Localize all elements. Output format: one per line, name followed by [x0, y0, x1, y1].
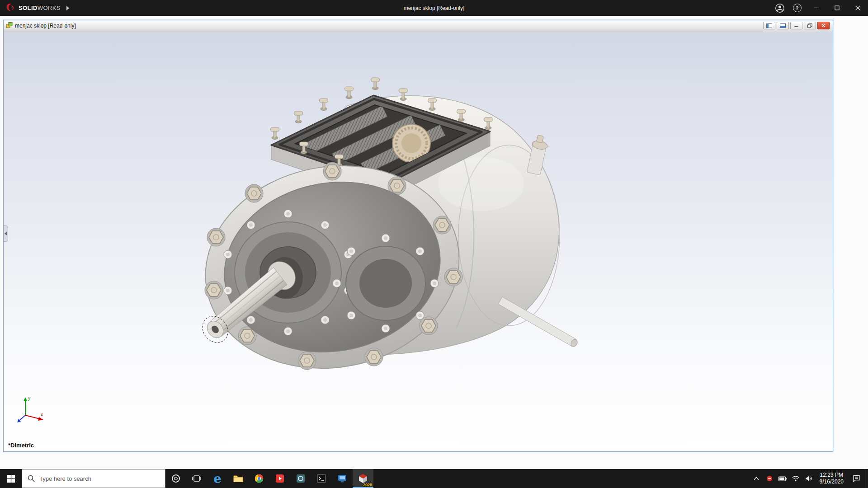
windows-logo-icon: [7, 475, 15, 483]
task-view-button[interactable]: [186, 469, 207, 488]
command-prompt-button[interactable]: [311, 469, 332, 488]
solidworks-taskbar-button[interactable]: 2020: [353, 469, 373, 488]
account-button[interactable]: [771, 0, 788, 16]
system-tray: 12:23 PM 9/16/2020: [750, 469, 868, 488]
doc-pane-bottom-button[interactable]: [777, 22, 789, 29]
triad-y-label: y: [28, 396, 30, 401]
doc-minimize-button[interactable]: [790, 22, 802, 29]
doc-restore-icon: [807, 23, 812, 28]
cortana-button[interactable]: [165, 469, 186, 488]
doc-pane-left-button[interactable]: [763, 22, 775, 29]
view-orientation-label: *Dimetric: [8, 442, 34, 449]
solidworks-version-badge: 2020: [363, 483, 372, 487]
chrome-icon: [254, 474, 264, 483]
wifi-icon: [792, 476, 799, 481]
document-titlebar[interactable]: menjac sklop [Read-only]: [4, 20, 833, 31]
window-bottom-pane-icon: [780, 23, 786, 28]
tray-status-icon: [766, 475, 773, 482]
user-icon: [775, 3, 785, 13]
chevron-up-icon: [754, 477, 759, 480]
help-icon: ?: [793, 4, 802, 12]
task-view-icon: [192, 474, 201, 483]
minimize-button[interactable]: [806, 0, 826, 16]
graphics-viewport[interactable]: y x *Dimetric: [4, 31, 833, 451]
solidworks-menu-button[interactable]: SOLIDWORKS: [0, 0, 75, 16]
close-icon: [855, 5, 860, 10]
action-center-icon: [853, 475, 860, 482]
file-explorer-icon: [233, 474, 243, 483]
triad-x-label: x: [41, 412, 43, 417]
teal-app-button[interactable]: [290, 469, 311, 488]
help-button[interactable]: ?: [788, 0, 806, 16]
app-titlebar: SOLIDWORKS menjac sklop [Read-only] ?: [0, 0, 868, 16]
command-prompt-icon: [317, 474, 326, 483]
search-input[interactable]: [39, 475, 160, 482]
teal-app-icon: [296, 474, 305, 483]
solidworks-logo-icon: [5, 2, 15, 14]
speaker-icon: [805, 475, 812, 482]
media-app-button[interactable]: [269, 469, 290, 488]
window-left-pane-icon: [766, 23, 772, 28]
brand-text: SOLIDWORKS: [19, 5, 61, 11]
taskbar-clock[interactable]: 12:23 PM 9/16/2020: [816, 472, 848, 485]
doc-close-button[interactable]: [817, 22, 830, 29]
network-button[interactable]: [789, 469, 802, 488]
maximize-button[interactable]: [826, 0, 847, 16]
tray-chevron-button[interactable]: [750, 469, 763, 488]
edge-icon: e: [213, 473, 221, 485]
document-title: menjac sklop [Read-only]: [15, 23, 76, 29]
chrome-button[interactable]: [249, 469, 269, 488]
doc-restore-button[interactable]: [804, 22, 816, 29]
blue-app-button[interactable]: [332, 469, 353, 488]
doc-close-icon: [821, 23, 826, 28]
orientation-triad: y x: [14, 394, 47, 426]
tray-status-button[interactable]: [763, 469, 776, 488]
clock-date: 9/16/2020: [820, 479, 844, 485]
edge-button[interactable]: e: [207, 469, 228, 488]
doc-minimize-icon: [794, 23, 798, 28]
show-desktop-button[interactable]: [865, 469, 868, 488]
taskbar-search[interactable]: [22, 469, 165, 488]
document-window: menjac sklop [Read-only]: [3, 20, 833, 452]
media-app-icon: [275, 474, 284, 483]
mdi-area: menjac sklop [Read-only]: [0, 16, 868, 469]
battery-icon: [778, 476, 787, 481]
maximize-icon: [835, 5, 840, 10]
close-button[interactable]: [847, 0, 868, 16]
search-icon: [28, 475, 35, 482]
battery-button[interactable]: [776, 469, 789, 488]
volume-button[interactable]: [802, 469, 816, 488]
action-center-button[interactable]: [848, 469, 865, 488]
minimize-icon: [814, 5, 819, 10]
secondary-bearing-cover[interactable]: [333, 234, 439, 333]
gearbox-3d-model[interactable]: [4, 31, 833, 451]
assembly-document-icon: [6, 22, 13, 30]
screen: SOLIDWORKS menjac sklop [Read-only] ?: [0, 0, 868, 488]
cortana-icon: [171, 474, 180, 483]
window-title: menjac sklop [Read-only]: [404, 5, 465, 11]
menu-expand-arrow-icon[interactable]: [66, 6, 69, 10]
feature-manager-splitter[interactable]: [4, 225, 8, 242]
start-button[interactable]: [0, 469, 22, 488]
clock-time: 12:23 PM: [820, 472, 843, 479]
windows-taskbar: e: [0, 469, 868, 488]
file-explorer-button[interactable]: [228, 469, 249, 488]
blue-app-icon: [338, 474, 347, 483]
